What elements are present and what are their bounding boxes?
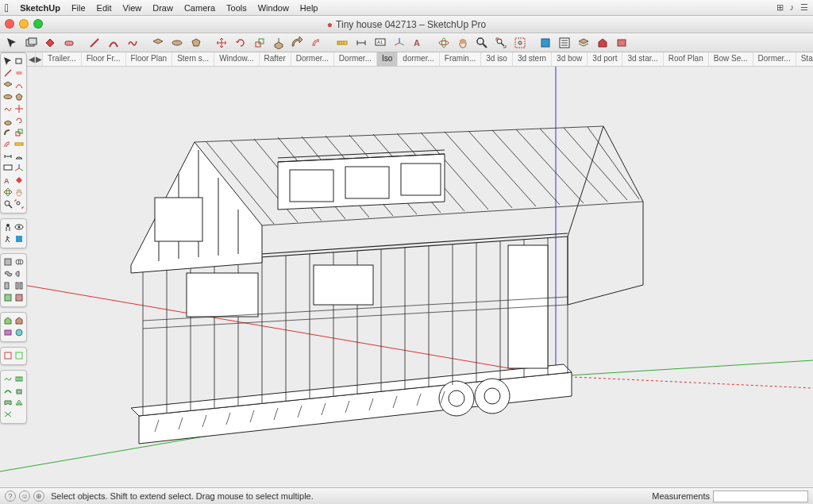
- scale-tool-icon[interactable]: [251, 35, 268, 51]
- select-tool-icon[interactable]: [3, 35, 21, 51]
- scene-tab[interactable]: Window...: [214, 52, 259, 66]
- scene-tab[interactable]: Dormer...: [334, 52, 377, 66]
- rectangle-tool-icon[interactable]: [149, 35, 167, 51]
- subtract-icon[interactable]: [14, 268, 25, 279]
- zoom-extents-icon[interactable]: [492, 35, 510, 51]
- warehouse-icon[interactable]: [594, 35, 611, 51]
- position-camera-icon[interactable]: [2, 221, 13, 233]
- zoom-tool-icon[interactable]: [473, 35, 491, 51]
- model-canvas[interactable]: [0, 67, 813, 487]
- minimize-icon[interactable]: [19, 19, 29, 29]
- viewport[interactable]: [0, 67, 813, 487]
- drape-icon[interactable]: [2, 397, 13, 408]
- paint-bucket-icon[interactable]: [41, 35, 59, 51]
- scene-tab[interactable]: Floor Fr...: [82, 52, 126, 66]
- scene-tab[interactable]: 3d stern: [513, 52, 552, 66]
- arc-icon[interactable]: [14, 79, 25, 90]
- flip-edge-icon[interactable]: [2, 409, 13, 420]
- text-icon[interactable]: [2, 163, 13, 174]
- menu-window[interactable]: Window: [258, 3, 289, 13]
- zoom-extents-icon[interactable]: [14, 198, 25, 210]
- component-icon[interactable]: [14, 56, 25, 67]
- trim-icon[interactable]: [2, 280, 13, 291]
- zoom-icon[interactable]: [33, 19, 43, 29]
- close-icon[interactable]: [5, 19, 14, 29]
- scene-tab[interactable]: Framin...: [440, 52, 481, 66]
- scene-tab[interactable]: 3d bow: [552, 52, 588, 66]
- circle-tool-icon[interactable]: [168, 35, 186, 51]
- scene-tab[interactable]: 3d iso: [481, 52, 513, 66]
- app-menu[interactable]: SketchUp: [20, 3, 60, 13]
- menu-help[interactable]: Help: [300, 3, 318, 13]
- back-edges-icon[interactable]: [14, 350, 25, 361]
- help-icon[interactable]: ?: [5, 491, 16, 502]
- outliner-icon[interactable]: [556, 35, 573, 51]
- select-icon[interactable]: [2, 56, 13, 67]
- share-component-icon[interactable]: [2, 327, 13, 338]
- tiny-house-model[interactable]: [131, 126, 643, 444]
- intersect-icon[interactable]: [14, 256, 25, 267]
- scale-icon[interactable]: [14, 127, 25, 138]
- share-model-icon[interactable]: [14, 315, 25, 326]
- pan-icon[interactable]: [14, 187, 25, 198]
- walk-icon[interactable]: [2, 233, 13, 244]
- stamp-icon[interactable]: [14, 385, 25, 396]
- bell-icon[interactable]: ♪: [790, 2, 795, 13]
- layers-icon[interactable]: [575, 35, 592, 51]
- scene-tab[interactable]: Bow Se...: [709, 52, 753, 66]
- scene-tab[interactable]: dormer...: [398, 52, 439, 66]
- solid-a-icon[interactable]: [2, 292, 13, 303]
- dimension-icon[interactable]: [2, 151, 13, 162]
- scene-tab[interactable]: Dormer...: [291, 52, 334, 66]
- section-icon[interactable]: [14, 233, 25, 244]
- look-around-icon[interactable]: [14, 221, 25, 233]
- eraser-icon[interactable]: [14, 67, 25, 79]
- add-detail-icon[interactable]: [14, 397, 25, 408]
- scene-tab[interactable]: 3d star...: [622, 52, 663, 66]
- menu-camera[interactable]: Camera: [184, 3, 215, 13]
- pan-tool-icon[interactable]: [454, 35, 472, 51]
- geo-icon[interactable]: ⊕: [33, 491, 44, 502]
- 3dtext-tool-icon[interactable]: A: [410, 35, 427, 51]
- followme-tool-icon[interactable]: [289, 35, 306, 51]
- axes-tool-icon[interactable]: [391, 35, 408, 51]
- scenes-right-arrow[interactable]: ▶: [36, 52, 43, 66]
- offset-icon[interactable]: [2, 139, 13, 150]
- extension-icon[interactable]: [613, 35, 630, 51]
- section-tool-icon[interactable]: [537, 35, 554, 51]
- pushpull-icon[interactable]: [2, 115, 13, 126]
- orbit-tool-icon[interactable]: [435, 35, 453, 51]
- scene-tab-active[interactable]: Iso: [377, 52, 398, 66]
- rotate-icon[interactable]: [14, 115, 25, 126]
- tape-icon[interactable]: [14, 139, 25, 150]
- scene-tab[interactable]: Rafter: [260, 52, 291, 66]
- outer-shell-icon[interactable]: [2, 256, 13, 267]
- freehand-icon[interactable]: [2, 103, 13, 114]
- menu-draw[interactable]: Draw: [152, 3, 173, 13]
- move-tool-icon[interactable]: [213, 35, 230, 51]
- scene-tab[interactable]: Starboa...: [796, 52, 813, 66]
- split-icon[interactable]: [14, 280, 25, 291]
- polygon-tool-icon[interactable]: [187, 35, 205, 51]
- eraser-icon[interactable]: [60, 35, 78, 51]
- zoom-icon[interactable]: [2, 198, 13, 210]
- tape-tool-icon[interactable]: [333, 35, 351, 51]
- search-icon[interactable]: ☰: [800, 2, 808, 13]
- circle-icon[interactable]: [2, 91, 13, 102]
- freehand-tool-icon[interactable]: [124, 35, 141, 51]
- from-scratch-icon[interactable]: [14, 373, 25, 384]
- smoove-icon[interactable]: [2, 385, 13, 396]
- rotate-tool-icon[interactable]: [232, 35, 249, 51]
- menu-edit[interactable]: Edit: [97, 3, 112, 13]
- scene-tab[interactable]: 3d port: [588, 52, 622, 66]
- polygon-icon[interactable]: [14, 91, 25, 102]
- zoom-window-icon[interactable]: [511, 35, 529, 51]
- from-contours-icon[interactable]: [2, 373, 13, 384]
- paint-icon[interactable]: [14, 175, 25, 186]
- person-icon[interactable]: ☺: [19, 491, 30, 502]
- measurements-input[interactable]: [713, 491, 808, 502]
- preview-ge-icon[interactable]: [14, 327, 25, 338]
- solid-b-icon[interactable]: [14, 292, 25, 303]
- union-icon[interactable]: [2, 268, 13, 279]
- make-component-icon[interactable]: [22, 35, 40, 51]
